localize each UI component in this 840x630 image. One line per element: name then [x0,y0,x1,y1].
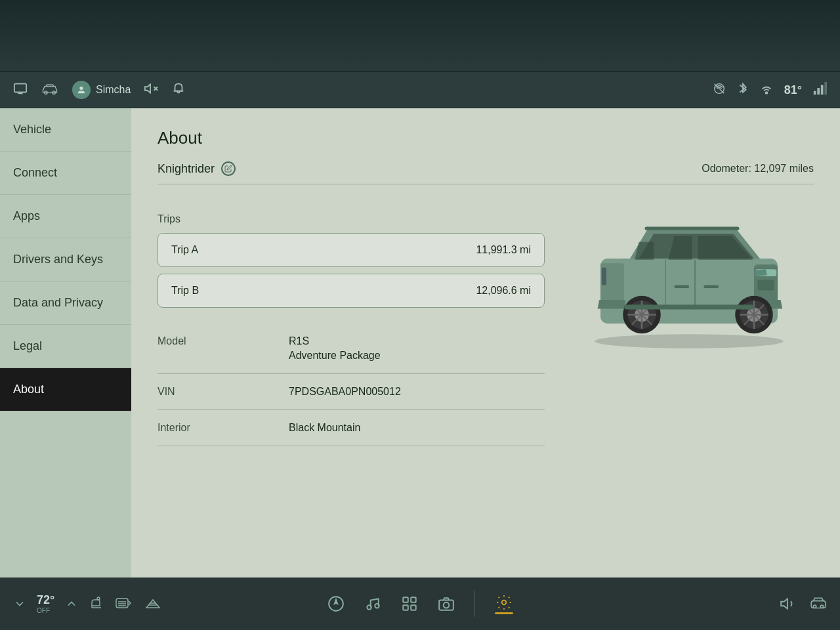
temp-status: OFF [37,607,50,614]
sidebar-item-data-and-privacy[interactable]: Data and Privacy [0,282,131,325]
trips-section: Trips Trip A 11,991.3 mi Trip B 12,096.6… [158,213,545,308]
bell-icon[interactable] [171,81,186,99]
top-bezel [0,0,840,72]
avatar [72,81,91,99]
model-value: R1S Adventure Package [289,335,381,362]
svg-point-54 [375,604,379,608]
svg-rect-19 [645,226,740,230]
vehicle-illustration-container [564,198,814,446]
svg-rect-27 [675,285,690,289]
volume-icon[interactable] [780,595,797,612]
edit-vehicle-name-button[interactable] [221,161,236,176]
svg-point-65 [820,605,823,608]
vin-value: 7PDSGABA0PN005012 [289,386,401,398]
username-label: Simcha [96,84,131,96]
user-chip[interactable]: Simcha [72,81,131,99]
bottom-divider [474,591,475,617]
climate-expand-icon[interactable] [13,597,26,610]
vehicle-controls-icon[interactable] [810,595,827,612]
content-left: Trips Trip A 11,991.3 mi Trip B 12,096.6… [158,198,545,446]
status-bar-left: Simcha [13,81,699,99]
svg-rect-28 [704,285,719,289]
svg-rect-0 [14,83,26,92]
seat-heat-icon[interactable] [89,596,104,612]
svg-rect-58 [411,605,416,610]
svg-point-5 [79,87,83,90]
sidebar-item-legal[interactable]: Legal [0,325,131,368]
svg-marker-62 [781,598,788,608]
svg-point-17 [595,334,784,348]
screen-icon[interactable] [13,81,28,99]
svg-rect-57 [403,605,408,610]
sidebar-item-about[interactable]: About [0,368,131,411]
interior-value: Black Mountain [289,422,360,434]
temperature-display: 81° [784,83,802,97]
sidebar-item-vehicle[interactable]: Vehicle [0,108,131,152]
svg-rect-45 [116,598,128,608]
trip-a-name: Trip A [171,244,198,256]
navigate-icon[interactable] [327,595,345,612]
defrost-rear-icon[interactable] [115,596,133,612]
svg-point-44 [97,597,100,600]
svg-point-60 [443,602,449,608]
mute-icon[interactable] [144,81,158,99]
details-section: Model R1S Adventure Package VIN 7PDSGABA… [158,324,545,446]
svg-rect-24 [602,268,606,285]
status-bar: Simcha [0,72,840,108]
bottom-bar-left: 72° OFF [13,593,144,614]
page-title: About [158,128,814,148]
model-label: Model [158,335,289,362]
svg-rect-55 [403,597,408,602]
svg-rect-56 [411,597,416,602]
vehicle-svg [571,198,807,355]
content-body: Trips Trip A 11,991.3 mi Trip B 12,096.6… [158,198,814,446]
wifi-icon [759,81,774,99]
interior-row: Interior Black Mountain [158,410,545,446]
climate-collapse-icon[interactable] [65,597,78,610]
bottom-bar: 72° OFF [0,578,840,630]
trip-a-card[interactable]: Trip A 11,991.3 mi [158,233,545,267]
header-divider [158,184,814,184]
trip-b-distance: 12,096.6 mi [476,285,531,297]
music-icon[interactable]: ♫ [364,595,381,612]
interior-label: Interior [158,422,289,434]
sidebar: Vehicle Connect Apps Drivers and Keys Da… [0,108,131,578]
vin-label: VIN [158,386,289,398]
svg-rect-22 [757,280,774,290]
vin-row: VIN 7PDSGABA0PN005012 [158,374,545,410]
svg-rect-13 [814,91,816,94]
svg-rect-14 [817,88,820,94]
bottom-bar-right [696,595,827,612]
main-area: Vehicle Connect Apps Drivers and Keys Da… [0,108,840,578]
trip-b-name: Trip B [171,285,199,297]
vehicle-name: Knightrider [158,161,236,176]
svg-point-53 [367,605,371,610]
trips-label: Trips [158,213,545,225]
temperature-bottom: 72° OFF [37,593,54,614]
car-icon[interactable] [41,81,59,99]
odometer-display: Odometer: 12,097 miles [702,163,814,175]
svg-point-12 [765,92,767,94]
content-area: About Knightrider Odometer: 12,097 miles [131,108,840,578]
svg-point-61 [501,600,506,604]
camera-icon[interactable] [438,595,455,612]
wifi-off-icon [712,81,726,99]
settings-active-indicator [495,612,513,614]
bottom-bar-center: ♫ [144,591,696,617]
svg-rect-43 [624,304,754,309]
trip-b-card[interactable]: Trip B 12,096.6 mi [158,274,545,308]
svg-rect-16 [824,81,827,94]
vehicle-name-row: Knightrider Odometer: 12,097 miles [158,161,814,176]
bluetooth-icon [737,81,749,99]
temp-value: 72° [37,593,54,607]
svg-point-64 [813,605,816,608]
signal-icon [812,81,827,99]
settings-icon[interactable] [495,594,513,614]
sidebar-item-connect[interactable]: Connect [0,152,131,195]
status-bar-right: 81° [712,81,827,99]
trip-a-distance: 11,991.3 mi [476,244,531,256]
apps-grid-icon[interactable] [401,595,418,612]
svg-marker-52 [334,600,337,604]
sidebar-item-drivers-and-keys[interactable]: Drivers and Keys [0,238,131,282]
sidebar-item-apps[interactable]: Apps [0,195,131,238]
